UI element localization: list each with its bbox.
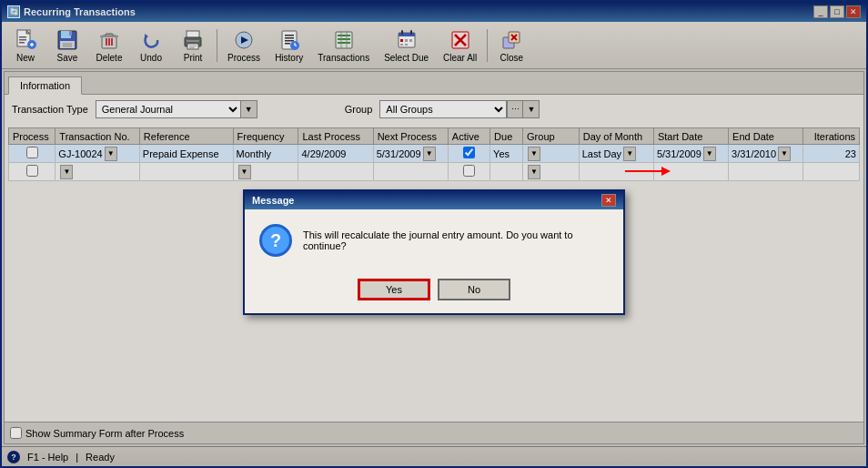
modal-buttons: Yes No [245, 271, 623, 313]
question-icon: ? [259, 224, 292, 257]
svg-marker-60 [661, 167, 671, 176]
modal-close-button[interactable]: ✕ [601, 194, 616, 207]
message-dialog: Message ✕ ? This will recalculate the jo… [243, 189, 625, 315]
no-button[interactable]: No [438, 279, 510, 300]
modal-title: Message [252, 195, 294, 206]
main-window: 🔄 Recurring Transactions _ □ ✕ [0, 0, 868, 468]
yes-button[interactable]: Yes [358, 279, 430, 300]
arrow-indicator [625, 162, 671, 180]
modal-container: Message ✕ ? This will recalculate the jo… [243, 171, 625, 297]
modal-message: This will recalculate the journal entry … [303, 229, 609, 251]
modal-overlay: Message ✕ ? This will recalculate the jo… [2, 2, 866, 466]
modal-title-bar: Message ✕ [245, 191, 623, 209]
modal-content: ? This will recalculate the journal entr… [245, 209, 623, 271]
